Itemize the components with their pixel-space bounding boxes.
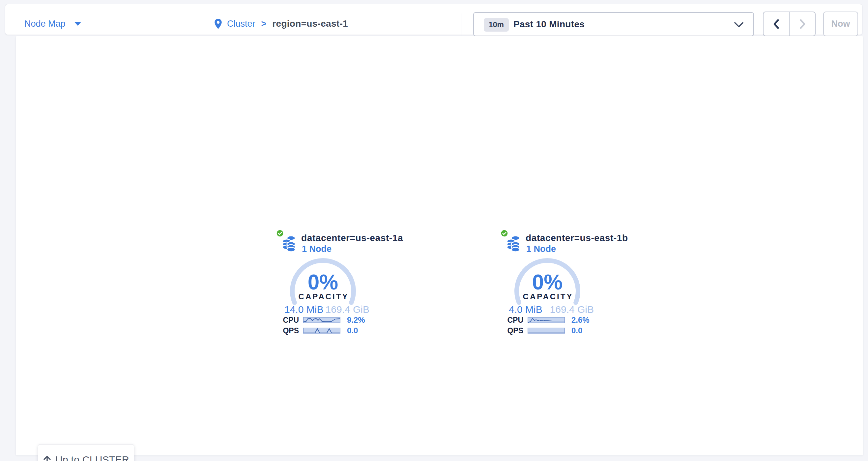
locality-datacenter-us-east-1b[interactable]: datacenter=us-east-1b 1 Node 0% CAPACITY… bbox=[491, 227, 604, 341]
chevron-down-icon bbox=[734, 22, 743, 28]
time-range-selector[interactable]: 10m Past 10 Minutes bbox=[473, 12, 754, 36]
capacity-used: 4.0 MiB bbox=[509, 304, 542, 315]
cpu-metric-row: CPU 2.6% bbox=[502, 316, 590, 324]
capacity-percent: 0% bbox=[267, 270, 379, 294]
cpu-sparkline bbox=[528, 317, 565, 323]
capacity-label: CAPACITY bbox=[267, 292, 379, 301]
capacity-percent: 0% bbox=[491, 270, 603, 294]
capacity-values-row: 14.0 MiB 169.4 GiB bbox=[284, 304, 369, 315]
locality-node-count: 1 Node bbox=[526, 244, 556, 254]
location-pin-icon bbox=[214, 19, 222, 29]
qps-value: 0.0 bbox=[347, 326, 358, 335]
qps-label: QPS bbox=[502, 326, 523, 335]
cpu-sparkline bbox=[303, 317, 340, 323]
locality-datacenter-us-east-1a[interactable]: datacenter=us-east-1a 1 Node 0% CAPACITY… bbox=[266, 227, 380, 341]
locality-title: datacenter=us-east-1a bbox=[301, 233, 403, 243]
node-map-page: Node Map Cluster > region=us-east-1 10m … bbox=[0, 0, 868, 461]
breadcrumb-separator: > bbox=[261, 19, 267, 29]
chevron-left-icon bbox=[772, 19, 781, 30]
arrow-up-icon bbox=[43, 455, 52, 461]
now-button[interactable]: Now bbox=[823, 11, 858, 36]
header-divider bbox=[461, 13, 461, 37]
datacenter-stack-icon bbox=[282, 235, 296, 252]
locality-title: datacenter=us-east-1b bbox=[526, 233, 628, 243]
chevron-right-icon bbox=[798, 19, 807, 30]
capacity-total: 169.4 GiB bbox=[326, 304, 369, 315]
cpu-value: 9.2% bbox=[347, 316, 365, 325]
view-selector-label: Node Map bbox=[24, 19, 66, 29]
qps-metric-row: QPS 0.0 bbox=[502, 327, 582, 335]
time-range-label: Past 10 Minutes bbox=[514, 13, 585, 36]
datacenter-stack-icon bbox=[506, 235, 521, 252]
qps-label: QPS bbox=[278, 326, 299, 335]
time-range-badge: 10m bbox=[484, 18, 509, 32]
capacity-label: CAPACITY bbox=[491, 292, 603, 301]
time-step-back-button[interactable] bbox=[764, 12, 789, 36]
qps-sparkline bbox=[528, 328, 565, 334]
cpu-label: CPU bbox=[278, 316, 299, 325]
cpu-metric-row: CPU 9.2% bbox=[278, 316, 365, 324]
view-selector-dropdown[interactable]: Node Map bbox=[24, 8, 82, 39]
up-to-cluster-label: Up to CLUSTER bbox=[55, 454, 129, 461]
topbar: Node Map Cluster > region=us-east-1 10m … bbox=[5, 4, 862, 35]
qps-value: 0.0 bbox=[571, 326, 582, 335]
breadcrumb: Cluster > region=us-east-1 bbox=[214, 8, 348, 39]
locality-node-count: 1 Node bbox=[302, 244, 332, 254]
breadcrumb-current-locality: region=us-east-1 bbox=[272, 19, 348, 29]
capacity-used: 14.0 MiB bbox=[284, 304, 323, 315]
time-step-forward-button[interactable] bbox=[789, 12, 815, 36]
node-map-canvas: datacenter=us-east-1a 1 Node 0% CAPACITY… bbox=[16, 36, 863, 455]
cpu-value: 2.6% bbox=[571, 316, 590, 325]
up-to-cluster-button[interactable]: Up to CLUSTER bbox=[38, 444, 134, 461]
time-step-button-group bbox=[763, 11, 816, 36]
qps-sparkline bbox=[303, 328, 340, 334]
qps-metric-row: QPS 0.0 bbox=[278, 327, 358, 335]
caret-down-icon bbox=[74, 22, 82, 26]
capacity-total: 169.4 GiB bbox=[550, 304, 594, 315]
breadcrumb-cluster-link[interactable]: Cluster bbox=[227, 19, 255, 29]
capacity-values-row: 4.0 MiB 169.4 GiB bbox=[509, 304, 594, 315]
cpu-label: CPU bbox=[502, 316, 523, 325]
